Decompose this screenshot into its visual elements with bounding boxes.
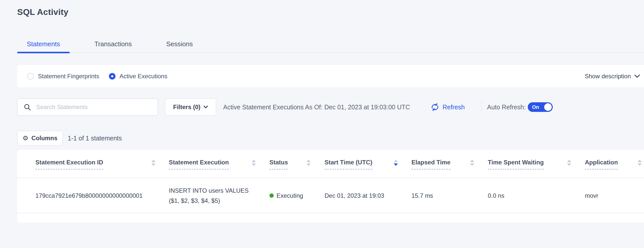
sort-arrows-icon[interactable] (151, 160, 155, 166)
radio-statement-fingerprints-label: Statement Fingerprints (38, 73, 99, 80)
search-icon (24, 103, 31, 111)
column-header-elapsed-time: Elapsed Time (411, 159, 474, 169)
column-header-label[interactable]: Statement Execution (169, 159, 229, 169)
column-header-start-time: Start Time (UTC) (325, 159, 398, 169)
tab-statements-label: Statements (27, 40, 60, 48)
cell-start-time: Dec 01, 2023 at 19:03 (325, 178, 398, 213)
tab-statements[interactable]: Statements (17, 35, 70, 53)
page-title: SQL Activity (17, 7, 68, 17)
tab-transactions[interactable]: Transactions (85, 35, 142, 53)
tab-bar: Statements Transactions Sessions (17, 35, 644, 53)
column-header-label[interactable]: Start Time (UTC) (325, 159, 372, 169)
column-header-label[interactable]: Elapsed Time (411, 159, 450, 169)
show-description-toggle[interactable]: Show description (585, 73, 640, 80)
cell-time-spent-waiting: 0.0 ns (488, 178, 571, 213)
toggle-knob (544, 103, 552, 111)
columns-button[interactable]: ⚙ Columns (17, 131, 63, 145)
sort-arrows-icon-desc-active[interactable] (394, 160, 398, 166)
search-box (17, 98, 158, 116)
auto-refresh-label: Auto Refresh: (487, 98, 526, 116)
status-label: Executing (277, 192, 303, 199)
column-header-statement-execution: Statement Execution (169, 159, 256, 169)
statements-table: Statement Execution ID Statement Executi… (17, 150, 644, 222)
column-header-application: Application (585, 159, 642, 169)
cell-statement-execution-id[interactable]: 179cca7921e679b80000000000000001 (35, 178, 155, 213)
column-header-statement-execution-id: Statement Execution ID (35, 159, 155, 169)
radio-unselected-icon (27, 73, 34, 80)
cell-application: movr (585, 178, 642, 213)
columns-button-label: Columns (31, 135, 57, 142)
radio-statement-fingerprints[interactable]: Statement Fingerprints (27, 73, 99, 80)
chevron-down-icon (203, 106, 208, 109)
sort-arrows-icon[interactable] (638, 160, 642, 166)
refresh-label: Refresh (443, 104, 465, 111)
cell-statement-execution[interactable]: INSERT INTO users VALUES ($1, $2, $3, $4… (169, 178, 256, 213)
gear-icon: ⚙ (22, 135, 28, 141)
table-row[interactable]: 179cca7921e679b80000000000000001 INSERT … (17, 178, 644, 213)
filters-button-label: Filters (0) (173, 104, 200, 111)
divider (481, 100, 482, 114)
results-count: 1-1 of 1 statements (68, 131, 122, 145)
refresh-button[interactable]: Refresh (430, 98, 465, 116)
column-header-label[interactable]: Status (269, 159, 288, 169)
view-mode-card: Statement Fingerprints Active Executions… (17, 65, 644, 87)
auto-refresh-state-label: On (532, 102, 539, 112)
column-header-label[interactable]: Statement Execution ID (35, 159, 103, 169)
filters-button[interactable]: Filters (0) (165, 98, 216, 116)
radio-active-executions-label: Active Executions (120, 73, 167, 80)
sort-arrows-icon[interactable] (252, 160, 256, 166)
statement-line-1: INSERT INTO users VALUES (169, 186, 249, 196)
column-header-status: Status (269, 159, 311, 169)
radio-selected-icon (109, 73, 116, 80)
as-of-timestamp: Active Statement Executions As Of: Dec 0… (223, 98, 410, 116)
status-executing-dot-icon (269, 193, 274, 198)
sort-arrows-icon[interactable] (567, 160, 571, 166)
refresh-icon (430, 103, 440, 112)
auto-refresh-toggle[interactable]: On (528, 102, 553, 112)
column-header-label[interactable]: Application (585, 159, 618, 169)
radio-active-executions[interactable]: Active Executions (109, 73, 167, 80)
sort-arrows-icon[interactable] (470, 160, 474, 166)
table-header-row: Statement Execution ID Statement Executi… (17, 150, 644, 178)
column-header-time-spent-waiting: Time Spent Waiting (488, 159, 571, 169)
column-header-label[interactable]: Time Spent Waiting (488, 159, 544, 169)
cell-status: Executing (269, 178, 311, 213)
search-input[interactable] (36, 104, 158, 111)
cell-elapsed-time: 15.7 ms (411, 178, 474, 213)
show-description-label: Show description (585, 73, 631, 80)
tab-transactions-label: Transactions (95, 40, 132, 48)
tab-sessions[interactable]: Sessions (156, 35, 202, 53)
tab-sessions-label: Sessions (166, 40, 193, 48)
chevron-down-icon (634, 75, 640, 78)
statement-line-2: ($1, $2, $3, $4, $5) (169, 196, 220, 206)
sort-arrows-icon[interactable] (307, 160, 311, 166)
